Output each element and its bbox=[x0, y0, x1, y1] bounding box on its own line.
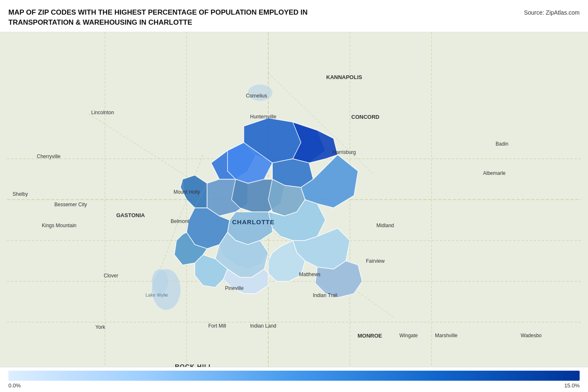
header: MAP OF ZIP CODES WITH THE HIGHEST PERCEN… bbox=[0, 0, 588, 32]
legend-max-label: 15.0% bbox=[564, 382, 580, 389]
legend-gradient bbox=[8, 371, 580, 381]
legend-bar: 0.0% 15.0% bbox=[0, 367, 588, 392]
page-wrapper: MAP OF ZIP CODES WITH THE HIGHEST PERCEN… bbox=[0, 0, 588, 392]
map-title: MAP OF ZIP CODES WITH THE HIGHEST PERCEN… bbox=[8, 8, 343, 28]
map-container: KANNAPOLIS CONCORD Cornelius Huntersvill… bbox=[0, 32, 588, 367]
legend-min-label: 0.0% bbox=[8, 382, 21, 389]
map-svg bbox=[0, 32, 588, 367]
legend-labels: 0.0% 15.0% bbox=[8, 382, 580, 389]
title-block: MAP OF ZIP CODES WITH THE HIGHEST PERCEN… bbox=[8, 8, 343, 28]
source-text: Source: ZipAtlas.com bbox=[524, 8, 580, 16]
svg-point-17 bbox=[248, 85, 273, 101]
svg-point-16 bbox=[152, 269, 168, 294]
